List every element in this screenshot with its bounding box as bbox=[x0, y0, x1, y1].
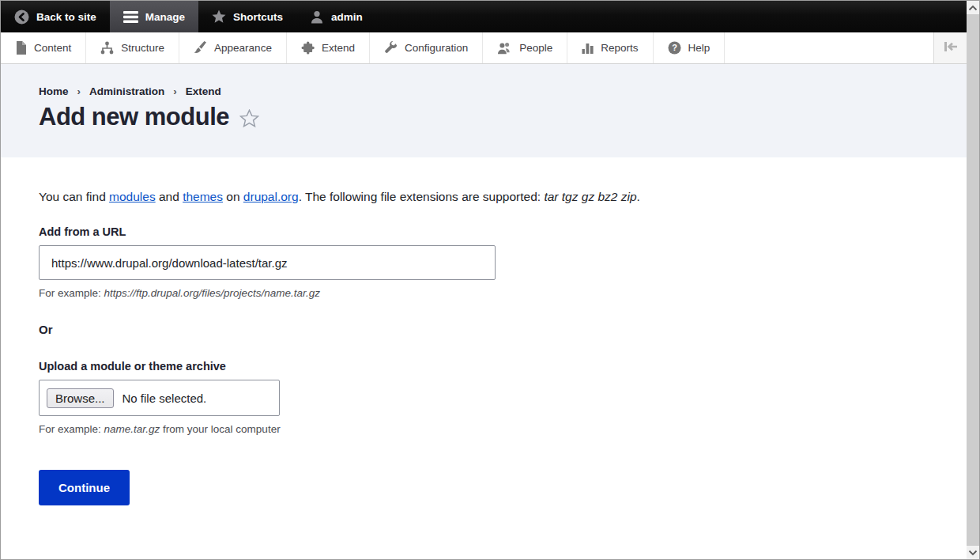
description-example: https://ftp.drupal.org/files/projects/na… bbox=[104, 287, 320, 299]
user-name-label: admin bbox=[331, 11, 363, 23]
file-input[interactable]: Browse... No file selected. bbox=[39, 380, 280, 416]
menu-tab-people[interactable]: People bbox=[483, 32, 567, 63]
description-suffix: from your local computer bbox=[160, 423, 280, 435]
sitemap-icon bbox=[100, 41, 114, 55]
back-to-site-link[interactable]: Back to site bbox=[1, 1, 110, 32]
menu-tab-label: Help bbox=[688, 42, 710, 54]
description-prefix: For example: bbox=[39, 423, 104, 435]
url-field-label: Add from a URL bbox=[39, 225, 929, 238]
menu-tab-label: Content bbox=[34, 42, 71, 54]
hamburger-icon bbox=[123, 11, 138, 23]
document-icon bbox=[15, 41, 27, 55]
breadcrumb: Home › Administration › Extend bbox=[39, 85, 929, 97]
breadcrumb-extend[interactable]: Extend bbox=[186, 85, 221, 97]
intro-segment: and bbox=[156, 190, 183, 203]
star-icon bbox=[212, 9, 226, 24]
menu-spacer bbox=[725, 32, 933, 63]
browser-viewport: Back to site Manage Shortcuts admin bbox=[1, 1, 967, 559]
themes-link[interactable]: themes bbox=[183, 190, 223, 203]
scrollbar-thumb[interactable] bbox=[967, 14, 979, 546]
svg-text:?: ? bbox=[672, 43, 677, 52]
menu-tab-label: Configuration bbox=[405, 42, 468, 54]
menu-tab-help[interactable]: ? Help bbox=[654, 32, 726, 63]
intro-segment: You can find bbox=[39, 190, 109, 203]
wrench-icon bbox=[384, 41, 398, 55]
modules-link[interactable]: modules bbox=[109, 190, 156, 203]
menu-tab-appearance[interactable]: Appearance bbox=[179, 32, 287, 63]
continue-button[interactable]: Continue bbox=[39, 470, 130, 505]
shortcuts-tab[interactable]: Shortcuts bbox=[198, 1, 296, 32]
url-form-item: Add from a URL For example: https://ftp.… bbox=[39, 225, 929, 299]
menu-tab-label: Structure bbox=[121, 42, 164, 54]
or-separator: Or bbox=[39, 323, 929, 336]
breadcrumb-administration[interactable]: Administration bbox=[89, 85, 164, 97]
menu-tab-label: Reports bbox=[601, 42, 638, 54]
breadcrumb-separator: › bbox=[77, 85, 81, 97]
description-prefix: For example: bbox=[39, 287, 104, 299]
admin-toolbar: Back to site Manage Shortcuts admin bbox=[1, 1, 967, 32]
menu-tab-extend[interactable]: Extend bbox=[287, 32, 370, 63]
page-title-text: Add new module bbox=[39, 103, 229, 131]
admin-menu-bar: Content Structure Appearance Extend Conf… bbox=[1, 32, 967, 64]
paintbrush-icon bbox=[194, 41, 207, 55]
scroll-down-arrow[interactable] bbox=[967, 546, 979, 559]
vertical-scrollbar[interactable] bbox=[967, 1, 979, 559]
toolbar-orientation-toggle[interactable] bbox=[933, 32, 967, 63]
user-menu[interactable]: admin bbox=[296, 1, 376, 32]
upload-field-description: For example: name.tar.gz from your local… bbox=[39, 423, 929, 435]
question-circle-icon: ? bbox=[668, 41, 681, 55]
manage-tab[interactable]: Manage bbox=[110, 1, 198, 32]
bar-chart-icon bbox=[582, 42, 594, 54]
url-input[interactable] bbox=[39, 245, 496, 280]
page-title: Add new module bbox=[39, 103, 929, 131]
scroll-up-arrow[interactable] bbox=[967, 1, 979, 14]
menu-tab-content[interactable]: Content bbox=[1, 32, 86, 63]
main-content: You can find modules and themes on drupa… bbox=[1, 157, 967, 538]
page-header: Home › Administration › Extend Add new m… bbox=[1, 64, 967, 157]
menu-tab-structure[interactable]: Structure bbox=[86, 32, 179, 63]
bar-left-arrow-icon bbox=[942, 40, 959, 57]
url-field-description: For example: https://ftp.drupal.org/file… bbox=[39, 287, 929, 299]
description-example: name.tar.gz bbox=[104, 423, 160, 435]
supported-extensions: tar tgz gz bz2 zip bbox=[544, 190, 636, 203]
menu-tab-label: Appearance bbox=[214, 42, 272, 54]
breadcrumb-home[interactable]: Home bbox=[39, 85, 69, 97]
breadcrumb-separator: › bbox=[173, 85, 177, 97]
shortcuts-label: Shortcuts bbox=[233, 11, 283, 23]
menu-tab-label: People bbox=[519, 42, 552, 54]
manage-label: Manage bbox=[145, 11, 185, 23]
menu-tab-configuration[interactable]: Configuration bbox=[370, 32, 483, 63]
menu-tab-reports[interactable]: Reports bbox=[567, 32, 653, 63]
star-outline-icon[interactable] bbox=[239, 109, 259, 128]
user-icon bbox=[310, 10, 324, 24]
two-users-icon bbox=[497, 42, 512, 55]
back-circle-icon bbox=[14, 9, 29, 25]
menu-tab-label: Extend bbox=[322, 42, 355, 54]
intro-segment: . bbox=[637, 190, 640, 203]
back-to-site-label: Back to site bbox=[36, 11, 96, 23]
browse-button[interactable]: Browse... bbox=[47, 388, 114, 408]
upload-field-label: Upload a module or theme archive bbox=[39, 360, 929, 373]
no-file-text: No file selected. bbox=[122, 392, 207, 405]
upload-form-item: Upload a module or theme archive Browse.… bbox=[39, 360, 929, 435]
intro-segment: . The following file extensions are supp… bbox=[299, 190, 545, 203]
intro-text: You can find modules and themes on drupa… bbox=[39, 190, 929, 204]
drupal-org-link[interactable]: drupal.org bbox=[243, 190, 299, 203]
puzzle-icon bbox=[301, 41, 315, 55]
intro-segment: on bbox=[223, 190, 243, 203]
